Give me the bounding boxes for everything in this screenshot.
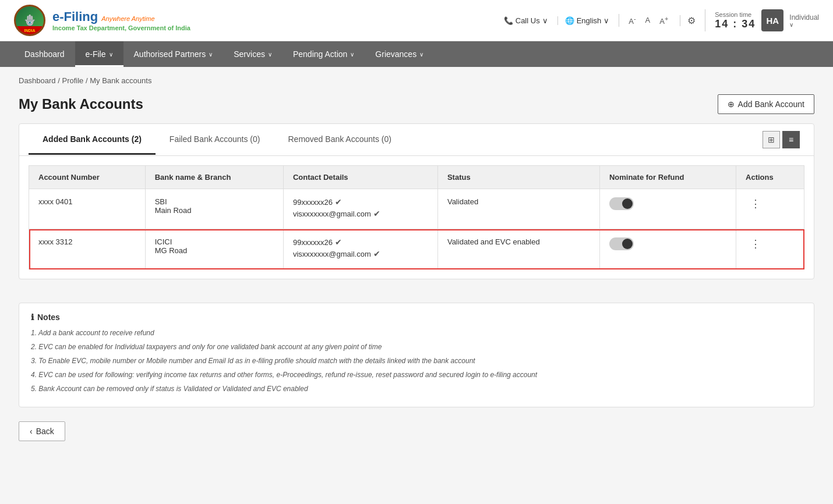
list-view-button[interactable]: ≡ [782, 131, 800, 148]
efile-arrow-icon: ∨ [109, 51, 113, 58]
actions-menu-button-1[interactable]: ⋮ [746, 197, 766, 210]
notes-heading: Notes [37, 313, 60, 322]
breadcrumb-profile[interactable]: Profile [62, 76, 83, 85]
notes-title: ℹ Notes [31, 313, 802, 322]
accounts-table: Account Number Bank name & Branch Contac… [29, 165, 804, 269]
info-icon: ℹ [31, 313, 34, 322]
actions-cell-2: ⋮ [736, 229, 804, 269]
add-icon: ⊕ [728, 100, 735, 109]
logo-title: e-Filing [52, 9, 98, 24]
session-time: 14 : 34 [715, 18, 756, 30]
user-dropdown-arrow: ∨ [789, 22, 819, 28]
toggle-knob-2 [622, 239, 633, 249]
table-row: xxxx 3312 ICICI MG Road 99xxxxxx26 ✔ vis [29, 229, 804, 269]
nav-item-efile[interactable]: e-File ∨ [75, 41, 123, 67]
status-1: Validated [437, 189, 599, 229]
nav-item-authorised-partners[interactable]: Authorised Partners ∨ [123, 41, 224, 67]
page-header: My Bank Accounts ⊕ Add Bank Account [0, 90, 833, 123]
table-header-row: Account Number Bank name & Branch Contac… [29, 166, 804, 189]
col-contact-details: Contact Details [283, 166, 437, 189]
tab-failed-accounts[interactable]: Failed Bank Accounts (0) [156, 125, 274, 155]
notes-list: 1. Add a bank account to receive refund … [31, 328, 802, 394]
session-label: Session time [715, 11, 756, 18]
tab-added-accounts[interactable]: Added Bank Accounts (2) [29, 125, 156, 155]
main-content: Added Bank Accounts (2) Failed Bank Acco… [0, 123, 833, 293]
contact-phone-2: 99xxxxxx26 ✔ [293, 237, 428, 247]
contact-details-1: 99xxxxxx26 ✔ visxxxxxxx@gmail.com ✔ [283, 189, 437, 229]
nav-item-dashboard[interactable]: Dashboard [14, 41, 75, 67]
page-title: My Bank Accounts [19, 96, 143, 112]
actions-cell-1: ⋮ [736, 189, 804, 229]
note-item: 4. EVC can be used for following: verify… [31, 370, 802, 380]
session-area: Session time 14 : 34 HA Individual ∨ [705, 9, 819, 31]
call-us-button[interactable]: 📞 Call Us ∨ [504, 16, 548, 25]
nav-label-efile: e-File [86, 49, 106, 59]
main-nav: Dashboard e-File ∨ Authorised Partners ∨… [0, 41, 833, 67]
breadcrumb: Dashboard / Profile / My Bank accounts [0, 67, 833, 90]
refund-toggle-2[interactable] [609, 237, 634, 250]
call-us-label: Call Us [516, 16, 540, 25]
bank-branch-2: ICICI MG Road [145, 229, 283, 269]
branch-name-2: MG Road [155, 246, 274, 255]
nav-label-dashboard: Dashboard [24, 49, 65, 59]
back-button[interactable]: ‹ Back [19, 421, 65, 441]
font-normal-button[interactable]: A [643, 15, 653, 26]
actions-menu-button-2[interactable]: ⋮ [746, 237, 766, 250]
user-info-dropdown[interactable]: Individual ∨ [789, 13, 819, 28]
branch-name-1: Main Road [155, 206, 274, 215]
back-section: ‹ Back [0, 417, 833, 455]
pending-action-arrow-icon: ∨ [350, 51, 354, 58]
header-right: 📞 Call Us ∨ 🌐 English ∨ A- A A+ ⚙ Sessio… [504, 9, 819, 31]
toggle-knob-1 [622, 198, 633, 209]
logo-text: e-Filing Anywhere Anytime Income Tax Dep… [52, 9, 190, 31]
col-actions: Actions [736, 166, 804, 189]
toggle-wrap-1 [609, 197, 726, 210]
logo-subtitle: Income Tax Department, Government of Ind… [52, 24, 190, 31]
col-bank-name: Bank name & Branch [145, 166, 283, 189]
status-2: Validated and EVC enabled [437, 229, 599, 269]
globe-icon: 🌐 [565, 16, 574, 25]
note-item: 5. Bank Account can be removed only if s… [31, 384, 802, 394]
phone-verified-icon-2: ✔ [335, 237, 342, 247]
grid-view-button[interactable]: ⊞ [763, 131, 780, 148]
contact-details-2: 99xxxxxx26 ✔ visxxxxxxx@gmail.com ✔ [283, 229, 437, 269]
add-bank-account-button[interactable]: ⊕ Add Bank Account [718, 94, 814, 114]
nav-item-services[interactable]: Services ∨ [223, 41, 283, 67]
email-verified-icon-1: ✔ [373, 209, 380, 218]
add-bank-account-label: Add Bank Account [738, 100, 804, 109]
refund-toggle-1[interactable] [609, 197, 634, 210]
bank-branch-1: SBI Main Road [145, 189, 283, 229]
lang-arrow: ∨ [603, 16, 609, 25]
nav-item-pending-action[interactable]: Pending Action ∨ [283, 41, 365, 67]
view-toggle: ⊞ ≡ [758, 124, 804, 155]
grievances-arrow-icon: ∨ [419, 51, 423, 58]
phone-verified-icon-1: ✔ [335, 197, 342, 207]
toggle-wrap-2 [609, 237, 726, 250]
email-verified-icon-2: ✔ [373, 249, 380, 258]
nav-label-services: Services [234, 49, 265, 59]
note-item: 3. To Enable EVC, mobile number or Mobil… [31, 356, 802, 366]
font-increase-button[interactable]: A+ [657, 14, 670, 27]
settings-button[interactable]: ⚙ [680, 15, 696, 26]
language-selector[interactable]: 🌐 English ∨ [557, 16, 610, 25]
bank-name-2: ICICI [155, 237, 274, 246]
tab-removed-accounts[interactable]: Removed Bank Accounts (0) [274, 125, 405, 155]
user-avatar: HA [761, 9, 783, 31]
nominate-refund-1 [599, 189, 736, 229]
back-label: Back [36, 427, 54, 436]
services-arrow-icon: ∨ [268, 51, 272, 58]
contact-email-2: visxxxxxxx@gmail.com ✔ [293, 249, 428, 258]
col-account-number: Account Number [29, 166, 146, 189]
bank-accounts-card: Added Bank Accounts (2) Failed Bank Acco… [19, 123, 814, 279]
note-item: 1. Add a bank account to receive refund [31, 328, 802, 338]
col-status: Status [437, 166, 599, 189]
nav-item-grievances[interactable]: Grievances ∨ [365, 41, 434, 67]
breadcrumb-dashboard[interactable]: Dashboard [19, 76, 56, 85]
account-number-2: xxxx 3312 [29, 229, 146, 269]
accounts-table-wrapper: Account Number Bank name & Branch Contac… [19, 156, 814, 279]
nav-label-pending-action: Pending Action [293, 49, 347, 59]
call-us-arrow: ∨ [542, 16, 548, 25]
col-nominate-refund: Nominate for Refund [599, 166, 736, 189]
nav-label-grievances: Grievances [375, 49, 416, 59]
font-decrease-button[interactable]: A- [626, 14, 638, 27]
